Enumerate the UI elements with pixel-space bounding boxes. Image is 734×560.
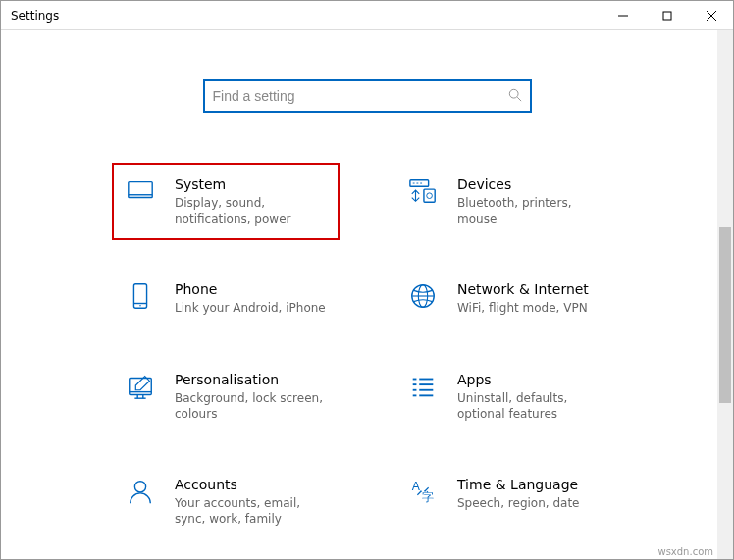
svg-rect-14 <box>133 284 146 308</box>
close-icon <box>707 11 716 21</box>
watermark: wsxdn.com <box>657 546 713 557</box>
search-icon <box>508 87 522 106</box>
svg-text:A: A <box>412 480 421 493</box>
maximize-icon <box>662 11 672 21</box>
category-desc: Speech, region, date <box>457 495 610 511</box>
category-network[interactable]: Network & Internet WiFi, flight mode, VP… <box>396 272 620 326</box>
accounts-icon <box>124 477 157 510</box>
titlebar: Settings <box>1 1 733 30</box>
minimize-button[interactable] <box>601 1 645 29</box>
category-devices[interactable]: Devices Bluetooth, printers, mouse <box>396 167 620 236</box>
category-title: Network & Internet <box>457 281 610 297</box>
maximize-button[interactable] <box>645 1 689 29</box>
categories-grid: System Display, sound, notifications, po… <box>30 167 704 536</box>
category-desc: Bluetooth, printers, mouse <box>457 195 610 227</box>
category-phone[interactable]: Phone Link your Android, iPhone <box>114 272 338 326</box>
category-title: Phone <box>175 281 328 297</box>
search-container <box>30 79 704 113</box>
category-personalisation[interactable]: Personalisation Background, lock screen,… <box>114 362 338 432</box>
category-system[interactable]: System Display, sound, notifications, po… <box>112 163 340 240</box>
minimize-icon <box>618 11 628 21</box>
content-area: System Display, sound, notifications, po… <box>1 30 733 536</box>
scrollbar[interactable] <box>717 30 733 559</box>
svg-rect-12 <box>424 189 435 202</box>
category-desc: WiFi, flight mode, VPN <box>457 300 610 316</box>
search-input[interactable] <box>213 88 508 104</box>
scrollbar-thumb[interactable] <box>719 227 731 403</box>
search-box[interactable] <box>203 79 532 113</box>
svg-text:字: 字 <box>422 490 434 504</box>
system-icon <box>124 177 157 210</box>
svg-line-5 <box>517 97 521 101</box>
category-desc: Link your Android, iPhone <box>175 300 328 316</box>
category-desc: Background, lock screen, colours <box>175 390 328 422</box>
category-title: Devices <box>457 177 610 192</box>
category-apps[interactable]: Apps Uninstall, defaults, optional featu… <box>396 362 620 432</box>
devices-icon <box>406 177 440 210</box>
phone-icon <box>124 281 157 315</box>
window-controls <box>601 1 733 29</box>
personalisation-icon <box>124 372 157 405</box>
category-title: Apps <box>457 372 610 387</box>
window-title: Settings <box>11 9 59 23</box>
svg-rect-1 <box>663 12 671 20</box>
svg-point-4 <box>509 89 518 98</box>
category-accounts[interactable]: Accounts Your accounts, email, sync, wor… <box>114 467 338 536</box>
network-icon <box>406 281 440 315</box>
apps-icon <box>406 372 440 405</box>
category-desc: Uninstall, defaults, optional features <box>457 390 610 422</box>
category-desc: Display, sound, notifications, power <box>175 195 328 227</box>
close-button[interactable] <box>689 1 733 29</box>
svg-point-33 <box>134 482 145 492</box>
category-desc: Your accounts, email, sync, work, family <box>175 495 328 527</box>
category-title: Time & Language <box>457 477 610 492</box>
svg-point-16 <box>139 305 141 307</box>
svg-point-13 <box>427 193 433 199</box>
time-language-icon: A字 <box>406 477 440 510</box>
category-time-language[interactable]: A字 Time & Language Speech, region, date <box>396 467 620 536</box>
category-title: Accounts <box>175 477 328 492</box>
category-title: Personalisation <box>175 372 328 387</box>
category-title: System <box>175 177 328 192</box>
